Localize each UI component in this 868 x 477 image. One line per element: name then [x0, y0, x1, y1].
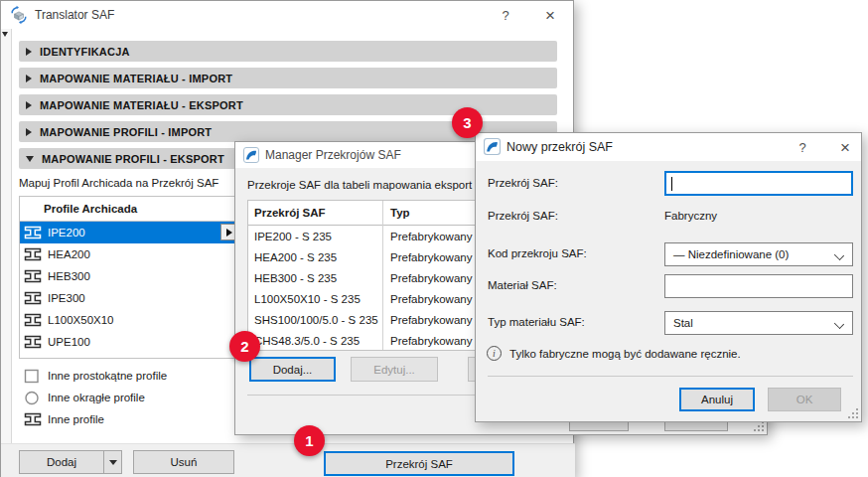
profile-row[interactable]: IPE200	[20, 222, 240, 243]
ibeam-icon	[24, 269, 42, 283]
text-caret	[671, 177, 672, 191]
saf-mattype-field-label: Typ materiału SAF:	[488, 316, 585, 328]
add-profile-button[interactable]: Dodaj	[19, 450, 104, 474]
saf-section-type: Prefabrykowany	[390, 293, 472, 305]
saf-section-type: Prefabrykowany	[390, 272, 472, 284]
profile-row-label: HEB300	[48, 270, 90, 282]
ibeam-icon	[24, 313, 42, 327]
saf-material-field-label: Materiał SAF:	[488, 279, 557, 291]
saf-section-name: HEA200 - S 235	[254, 251, 383, 263]
saf-code-select[interactable]: — Niezdefiniowane (0)	[664, 242, 853, 266]
step-badge-1: 1	[294, 425, 325, 456]
translator-titlebar[interactable]: Translator SAF ? ×	[1, 1, 573, 29]
translator-close-button[interactable]: ×	[536, 1, 564, 29]
profile-row-label: IPE300	[48, 292, 85, 304]
chevron-down-icon	[109, 460, 117, 465]
profile-table: Profile Archicada IPE200HEA200HEB300IPE3…	[19, 196, 241, 359]
profile-row-label: L100X50X10	[48, 314, 114, 326]
translator-help-button[interactable]: ?	[492, 1, 519, 29]
saf-section-field-label: Przekrój SAF:	[488, 177, 558, 189]
manager-add-button[interactable]: Dodaj...	[249, 357, 336, 382]
saf-mattype-selected-value: Stal	[673, 317, 693, 329]
manager-dialog-title: Manager Przekrojów SAF	[265, 148, 401, 162]
chevron-down-icon	[26, 156, 34, 162]
other-profile-label: Inne prostokątne profile	[48, 370, 167, 382]
manager-edit-button[interactable]: Edytuj...	[351, 357, 438, 382]
translator-left-gutter[interactable]	[1, 29, 12, 477]
app-canvas: Translator SAF ? × IDENTYFIKACJAMAPOWANI…	[0, 0, 868, 477]
chevron-right-icon	[26, 128, 32, 136]
saf-section-button[interactable]: Przekrój SAF	[324, 451, 514, 476]
archicad-logo-icon	[484, 138, 501, 155]
saf-mattype-select[interactable]: Stal	[664, 311, 853, 335]
accordion-section-collapsed[interactable]: IDENTYFIKACJA	[19, 41, 557, 62]
manager-add-button-label: Dodaj...	[273, 364, 313, 376]
saf-section-type: Prefabrykowany	[390, 314, 472, 326]
new-section-dialog-title: Nowy przekrój SAF	[506, 140, 613, 154]
step-badge-1-number: 1	[305, 432, 313, 449]
saf-section-name: CHS48.3/5.0 - S 235	[254, 335, 383, 347]
profile-row[interactable]: HEB300	[20, 265, 240, 287]
col-section-label: Przekrój SAF	[254, 207, 382, 219]
saf-section-type: Prefabrykowany	[390, 231, 472, 242]
accordion-section-collapsed[interactable]: MAPOWANIE MATERIAŁU - IMPORT	[19, 68, 557, 88]
remove-profile-button-label: Usuń	[171, 456, 198, 468]
profile-row-label: IPE200	[48, 227, 85, 238]
mapping-caption: Mapuj Profil Archicada na Przekrój SAF	[19, 177, 218, 189]
profile-row[interactable]: UPE100	[20, 331, 240, 353]
manager-edit-button-label: Edytuj...	[373, 364, 415, 376]
ibeam-icon	[24, 335, 42, 349]
col-type-label: Typ	[390, 207, 410, 219]
add-profile-button-label: Dodaj	[47, 456, 76, 468]
saf-section-button-label: Przekrój SAF	[385, 458, 453, 470]
archicad-logo-icon	[243, 147, 259, 163]
profile-row[interactable]: IPE300	[20, 287, 240, 309]
saf-section-name: L100X50X10 - S 235	[254, 293, 383, 305]
gutter-scroll-icon	[2, 32, 8, 37]
other-profile-row[interactable]: Inne prostokątne profile	[21, 365, 239, 387]
ibeam-icon	[24, 247, 42, 261]
accordion-section-label: MAPOWANIE PROFILI - EKSPORT	[42, 153, 224, 165]
ok-button[interactable]: OK	[768, 388, 841, 411]
new-section-dialog: Nowy przekrój SAF ? × Przekrój SAF: Prze…	[475, 132, 862, 422]
saf-section-input[interactable]	[664, 171, 853, 196]
step-badge-3: 3	[452, 107, 483, 138]
saf-material-input[interactable]	[664, 274, 853, 298]
saf-origin-field-label: Przekrój SAF:	[488, 210, 558, 222]
saf-section-name: HEB300 - S 235	[254, 272, 383, 284]
other-profile-row[interactable]: Inne okrągłe profile	[21, 387, 239, 408]
profile-row[interactable]: HEA200	[20, 243, 240, 265]
cancel-button-label: Anuluj	[701, 394, 733, 405]
step-badge-3-number: 3	[463, 114, 471, 131]
profile-table-header[interactable]: Profile Archicada	[20, 197, 240, 222]
column-divider	[382, 201, 383, 350]
saf-section-name: IPE200 - S 235	[254, 231, 383, 242]
round-profile-icon	[24, 391, 40, 405]
new-section-titlebar[interactable]: Nowy przekrój SAF ? ×	[476, 133, 861, 161]
accordion-section-label: MAPOWANIE MATERIAŁU - EKSPORT	[40, 99, 243, 111]
ibeam-icon	[24, 412, 40, 427]
accordion-section-label: MAPOWANIE PROFILI - IMPORT	[40, 126, 212, 138]
manager-resize-grip[interactable]	[754, 421, 764, 431]
accordion-section-label: IDENTYFIKACJA	[40, 46, 130, 58]
new-section-close-button[interactable]: ×	[831, 133, 859, 161]
other-profile-label: Inne profile	[48, 413, 104, 425]
chevron-down-icon	[834, 319, 844, 329]
saf-section-name: SHS100/100/5.0 - S 235	[254, 314, 383, 326]
new-section-resize-grip[interactable]	[848, 408, 858, 418]
new-section-help-button[interactable]: ?	[789, 133, 816, 161]
remove-profile-button[interactable]: Usuń	[133, 450, 234, 474]
rect-profile-icon	[24, 369, 40, 384]
add-profile-dropdown-button[interactable]	[103, 450, 122, 474]
chevron-right-icon	[26, 48, 32, 56]
cancel-button[interactable]: Anuluj	[679, 388, 755, 411]
accordion-section-label: MAPOWANIE MATERIAŁU - IMPORT	[40, 73, 232, 84]
arrow-right-icon	[226, 229, 232, 237]
other-profile-row[interactable]: Inne profile	[21, 408, 239, 430]
saf-section-type: Prefabrykowany	[390, 335, 472, 347]
profile-row[interactable]: L100X50X10	[20, 309, 240, 331]
profile-table-rows: IPE200HEA200HEB300IPE300L100X50X10UPE100	[20, 222, 240, 353]
translator-saf-icon	[9, 5, 29, 25]
saf-section-type: Prefabrykowany	[390, 251, 472, 263]
translator-dialog-title: Translator SAF	[35, 8, 114, 22]
